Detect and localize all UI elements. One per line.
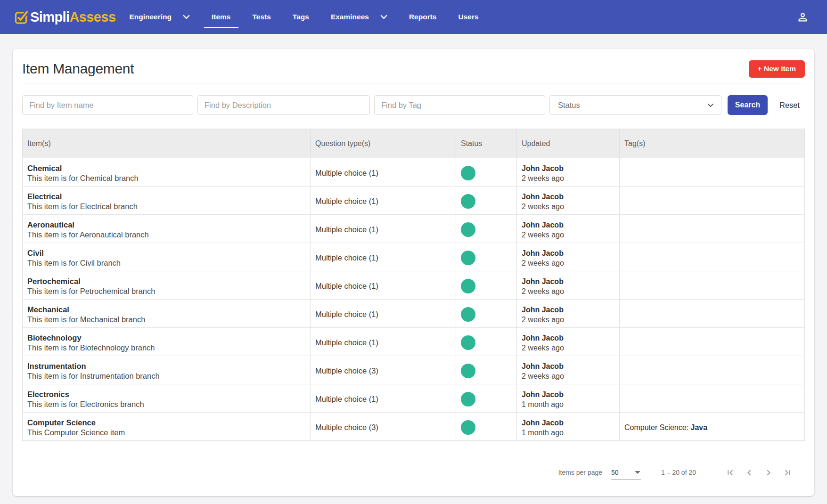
item-description: This Computer Science item <box>27 428 305 438</box>
page-title: Item Management <box>22 61 134 77</box>
tag-cell <box>620 328 805 356</box>
status-active-dot <box>461 364 475 378</box>
updated-when: 2 weeks ago <box>522 286 614 296</box>
updated-by: John Jacob <box>522 248 614 258</box>
table-row[interactable]: Aeronautical This item is for Aeronautic… <box>23 215 805 243</box>
status-active-dot <box>461 279 475 293</box>
status-cell <box>456 243 517 271</box>
table-row[interactable]: Electrical This item is for Electrical b… <box>23 187 805 215</box>
next-page-button[interactable] <box>759 468 778 478</box>
card-header: Item Management + New Item <box>22 49 805 83</box>
item-cell: Chemical This item is for Chemical branc… <box>23 158 311 187</box>
account-button[interactable] <box>796 11 809 24</box>
tag-cell <box>620 356 805 384</box>
first-page-button[interactable] <box>721 468 740 478</box>
nav-item-tags[interactable]: Tags <box>285 0 317 34</box>
status-cell <box>456 328 517 356</box>
updated-by: John Jacob <box>522 333 614 343</box>
nav-item-examinees[interactable]: Examinees <box>323 0 395 34</box>
chevron-down-icon <box>380 15 387 19</box>
status-select[interactable]: Status <box>549 95 721 115</box>
item-name: Aeronautical <box>27 220 305 230</box>
question-type-cell: Multiple choice (1) <box>311 243 456 271</box>
main-nav: Engineering Items Tests Tags Examinees R… <box>118 0 489 34</box>
updated-when: 1 month ago <box>522 399 614 409</box>
nav-item-tests[interactable]: Tests <box>245 0 278 34</box>
table-row[interactable]: Computer Science This Computer Science i… <box>23 413 805 441</box>
item-name: Electrical <box>27 192 305 202</box>
table-row[interactable]: Civil This item is for Civil branch Mult… <box>23 243 805 271</box>
updated-cell: John Jacob 2 weeks ago <box>517 356 620 384</box>
status-active-dot <box>461 251 475 265</box>
updated-when: 1 month ago <box>522 428 614 438</box>
item-table-body: Chemical This item is for Chemical branc… <box>23 158 805 441</box>
item-description: This item is for Civil branch <box>27 258 305 268</box>
nav-item-reports[interactable]: Reports <box>401 0 444 34</box>
nav-item-items[interactable]: Items <box>204 0 238 34</box>
table-row[interactable]: Biotechnology This item is for Biotechno… <box>23 328 805 356</box>
updated-when: 2 weeks ago <box>522 371 614 381</box>
status-active-dot <box>461 392 475 406</box>
item-name: Mechanical <box>27 305 305 315</box>
tag-cell <box>620 384 805 413</box>
item-name-input[interactable] <box>22 95 193 115</box>
page-range-label: 1 – 20 of 20 <box>661 469 696 476</box>
updated-by: John Jacob <box>522 390 614 399</box>
item-cell: Biotechnology This item is for Biotechno… <box>23 328 311 356</box>
reset-button[interactable]: Reset <box>779 101 800 110</box>
status-cell <box>456 187 517 215</box>
question-type-cell: Multiple choice (3) <box>311 356 456 384</box>
item-description: This item is for Petrochemical branch <box>27 286 305 296</box>
status-cell <box>456 300 517 328</box>
updated-cell: John Jacob 2 weeks ago <box>517 187 620 215</box>
item-description: This item is for Mechanical branch <box>27 315 305 325</box>
table-row[interactable]: Instrumentation This item is for Instrum… <box>23 356 805 384</box>
updated-by: John Jacob <box>522 163 614 173</box>
status-active-dot <box>461 307 475 322</box>
new-item-button[interactable]: + New Item <box>749 60 805 78</box>
table-row[interactable]: Mechanical This item is for Mechanical b… <box>23 300 805 328</box>
updated-cell: John Jacob 1 month ago <box>517 413 620 441</box>
item-description: This item is for Electronics branch <box>27 399 305 409</box>
item-cell: Civil This item is for Civil branch <box>23 243 311 271</box>
column-header-tags: Tag(s) <box>620 129 805 158</box>
paginator-buttons <box>721 468 796 478</box>
checkbox-logo-icon <box>14 10 29 24</box>
status-cell <box>456 158 517 187</box>
status-cell <box>456 215 517 243</box>
previous-page-button[interactable] <box>740 468 759 478</box>
filter-bar: Status Search Reset <box>22 95 805 115</box>
table-row[interactable]: Chemical This item is for Chemical branc… <box>23 158 805 187</box>
chevron-down-icon <box>707 103 714 107</box>
updated-by: John Jacob <box>522 305 614 315</box>
tag-cell <box>620 215 805 243</box>
table-row[interactable]: Electronics This item is for Electronics… <box>23 384 805 413</box>
item-cell: Instrumentation This item is for Instrum… <box>23 356 311 384</box>
person-icon <box>796 11 809 24</box>
item-description: This item is for Biotechnology branch <box>27 343 305 353</box>
updated-by: John Jacob <box>522 361 614 371</box>
tag-cell <box>620 158 805 187</box>
first-page-icon <box>726 468 736 478</box>
last-page-button[interactable] <box>778 468 796 478</box>
status-active-dot <box>461 420 475 435</box>
question-type-cell: Multiple choice (1) <box>311 158 456 187</box>
brand-logo[interactable]: SimpliAssess <box>14 9 115 25</box>
nav-item-engineering[interactable]: Engineering <box>122 0 197 34</box>
tag-input[interactable] <box>374 95 545 115</box>
question-type-cell: Multiple choice (1) <box>311 215 456 243</box>
tag-cell <box>620 300 805 328</box>
question-type-cell: Multiple choice (1) <box>311 187 456 215</box>
description-input[interactable] <box>197 95 370 115</box>
status-select-value: Status <box>558 101 580 110</box>
item-cell: Mechanical This item is for Mechanical b… <box>23 300 311 328</box>
updated-when: 2 weeks ago <box>522 258 614 268</box>
item-name: Civil <box>27 248 305 258</box>
updated-cell: John Jacob 2 weeks ago <box>517 215 620 243</box>
table-row[interactable]: Pertochemical This item is for Petrochem… <box>23 271 805 300</box>
nav-item-users[interactable]: Users <box>450 0 486 34</box>
updated-by: John Jacob <box>522 192 614 202</box>
search-button[interactable]: Search <box>728 95 768 115</box>
page-size-select[interactable]: 50 <box>611 469 641 480</box>
page-size-value: 50 <box>611 469 619 476</box>
